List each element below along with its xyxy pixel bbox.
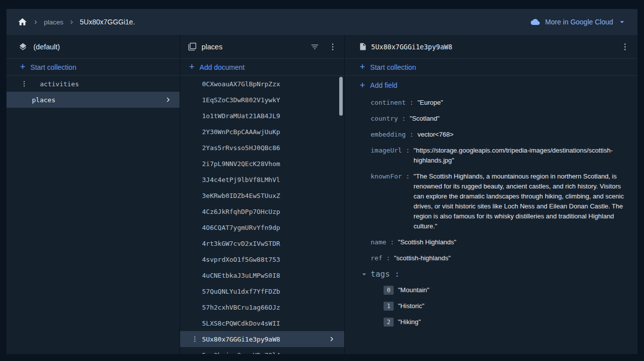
breadcrumb-collection[interactable]: places bbox=[44, 18, 63, 26]
document-icon bbox=[359, 42, 367, 51]
plus-icon: + bbox=[189, 62, 195, 71]
scrollbar-thumb[interactable] bbox=[339, 77, 343, 116]
document-id: 5LXS8cPQWCdkDov4sWII bbox=[202, 320, 280, 327]
field-value: "scottish-highlands" bbox=[394, 253, 450, 263]
add-document-label: Add document bbox=[200, 63, 244, 71]
array-item-value: "Hiking" bbox=[398, 317, 421, 327]
chevron-right-icon bbox=[68, 18, 75, 26]
document-list: 0CXwoauAX7GlBpNrpZzx1EqSZoC3DwR802V1ywkY… bbox=[180, 76, 344, 354]
array-item-row[interactable]: 1"Historic" bbox=[371, 301, 626, 311]
collection-panel: places + Add document 0CXwoauAX7GlBpNrpZ… bbox=[180, 35, 344, 354]
document-id: 5Ux80x7GGGi1e3py9aW8 bbox=[202, 336, 280, 343]
field-row[interactable]: embeddingvector<768> bbox=[371, 130, 626, 140]
collection-row[interactable]: places bbox=[6, 92, 180, 108]
collection-panel-header: places bbox=[180, 35, 344, 59]
document-id: 57h2cxhVBCru1ag66OJz bbox=[202, 304, 280, 311]
document-row[interactable]: 3J4c4etPj9lbVf8LMhVl bbox=[180, 172, 344, 187]
breadcrumb-document: 5Ux80x7GGGi1e. bbox=[80, 18, 135, 26]
add-document-button[interactable]: + Add document bbox=[180, 59, 344, 76]
document-id: 2Yas5rRvsso5HJ0QBc86 bbox=[202, 144, 280, 152]
document-title: 5Ux80x7GGGi1e3py9aW8 bbox=[371, 43, 452, 51]
collection-row[interactable]: activities bbox=[6, 76, 180, 92]
array-item-value: "Historic" bbox=[398, 301, 425, 311]
field-row[interactable]: continent"Europe" bbox=[371, 98, 626, 108]
chevron-right-icon bbox=[164, 95, 173, 104]
array-item-row[interactable]: 2"Hiking" bbox=[371, 317, 626, 327]
document-id: 4Cz6JkRfqhDPp7OHcUzp bbox=[202, 208, 280, 215]
collection-more-menu-icon[interactable] bbox=[326, 40, 339, 53]
document-more-menu-icon[interactable] bbox=[619, 40, 632, 53]
add-field-button[interactable]: + Add field bbox=[345, 76, 638, 95]
database-title: (default) bbox=[33, 43, 60, 51]
field-row[interactable]: imageUrl"https://storage.googleapis.com/… bbox=[371, 146, 626, 166]
collections-list: activitiesplaces bbox=[6, 76, 180, 108]
cloud-icon bbox=[530, 17, 541, 26]
document-id: 1o1tWDraMUat21AB4JL9 bbox=[202, 112, 280, 120]
field-list: continent"Europe"country"Scotland"embedd… bbox=[345, 95, 638, 327]
field-name: knownFor bbox=[371, 172, 414, 181]
document-panel: 5Ux80x7GGGi1e3py9aW8 + Start collection … bbox=[344, 35, 638, 354]
document-row[interactable]: 5LXS8cPQWCdkDov4sWII bbox=[180, 315, 344, 331]
document-panel-header: 5Ux80x7GGGi1e3py9aW8 bbox=[345, 35, 638, 59]
field-row[interactable]: ref"scottish-highlands" bbox=[371, 253, 626, 263]
field-row[interactable]: name"Scottish Highlands" bbox=[371, 237, 626, 247]
document-id: 1EqSZoC3DwR802V1ywkY bbox=[202, 96, 280, 104]
document-row[interactable]: 0CXwoauAX7GlBpNrpZzx bbox=[180, 76, 344, 92]
start-collection-button[interactable]: + Start collection bbox=[6, 59, 180, 76]
field-name: embedding bbox=[371, 130, 418, 140]
document-id: 2i7pL9NNV2QEcK28Vhom bbox=[202, 160, 280, 168]
start-collection-button[interactable]: + Start collection bbox=[345, 59, 638, 76]
collection-icon bbox=[188, 42, 197, 51]
firestore-console: places 5Ux80x7GGGi1e. More in Google Clo… bbox=[6, 9, 638, 354]
array-item-row[interactable]: 0"Mountain" bbox=[371, 285, 626, 295]
collection-menu-icon[interactable] bbox=[20, 80, 28, 88]
plus-icon: + bbox=[360, 62, 365, 71]
document-row[interactable]: 5Ux80x7GGGi1e3py9aW8 bbox=[180, 331, 344, 347]
document-row[interactable]: 5qm3bwiuv3azmHDv7Ql4 bbox=[180, 347, 344, 354]
home-icon[interactable] bbox=[17, 17, 27, 27]
document-id: 4rt3kGW7cvD2xIVwSTDR bbox=[202, 240, 280, 247]
database-panel-header: (default) bbox=[6, 35, 180, 59]
filter-icon[interactable] bbox=[308, 40, 321, 53]
document-row[interactable]: 4O6CQAT7ygmURvYfn9dp bbox=[180, 219, 344, 235]
document-row[interactable]: 2Y30WnPcBpCAAAwjUuKp bbox=[180, 124, 344, 140]
document-row[interactable]: 4rt3kGW7cvD2xIVwSTDR bbox=[180, 235, 344, 251]
triangle-down-icon bbox=[360, 270, 369, 279]
field-name: tags bbox=[371, 269, 404, 279]
field-row[interactable]: knownFor"The Scottish Highlands, a mount… bbox=[371, 172, 626, 231]
array-index-badge: 2 bbox=[384, 318, 394, 327]
field-name: ref bbox=[371, 253, 394, 263]
start-collection-label: Start collection bbox=[30, 63, 76, 71]
document-row[interactable]: 3eKRwb0IDZb4EwSTUuxZ bbox=[180, 187, 344, 203]
field-value: "https://storage.googleapis.com/tripedia… bbox=[414, 146, 626, 166]
document-row[interactable]: 4svprdXoO1f5Gw88t753 bbox=[180, 251, 344, 267]
more-in-google-cloud-button[interactable]: More in Google Cloud bbox=[530, 17, 627, 26]
array-index-badge: 0 bbox=[384, 286, 394, 295]
start-collection-label: Start collection bbox=[370, 63, 416, 71]
field-value: "Scotland" bbox=[410, 114, 439, 124]
document-id: 3eKRwb0IDZb4EwSTUuxZ bbox=[202, 192, 280, 199]
document-row[interactable]: 1o1tWDraMUat21AB4JL9 bbox=[180, 108, 344, 124]
array-field-toggle[interactable]: tags bbox=[360, 269, 626, 279]
document-menu-icon[interactable] bbox=[191, 336, 199, 343]
field-name: continent bbox=[371, 98, 418, 108]
document-row[interactable]: 1EqSZoC3DwR802V1ywkY bbox=[180, 92, 344, 108]
collection-name: places bbox=[32, 96, 55, 104]
document-row[interactable]: 2Yas5rRvsso5HJ0QBc86 bbox=[180, 140, 344, 156]
document-row[interactable]: 57h2cxhVBCru1ag66OJz bbox=[180, 299, 344, 315]
field-value: "The Scottish Highlands, a mountainous r… bbox=[414, 172, 626, 231]
document-row[interactable]: 4Cz6JkRfqhDPp7OHcUzp bbox=[180, 203, 344, 219]
collection-title: places bbox=[202, 43, 222, 51]
database-icon bbox=[18, 42, 27, 51]
field-name: country bbox=[371, 114, 410, 124]
document-row[interactable]: 2i7pL9NNV2QEcK28Vhom bbox=[180, 156, 344, 172]
chevron-down-icon bbox=[618, 17, 627, 26]
field-row[interactable]: country"Scotland" bbox=[371, 114, 626, 124]
chevron-right-icon bbox=[32, 18, 39, 26]
array-index-badge: 1 bbox=[384, 302, 394, 311]
plus-icon: + bbox=[360, 80, 365, 90]
more-in-google-cloud-label: More in Google Cloud bbox=[545, 18, 613, 26]
document-id: 2Y30WnPcBpCAAAwjUuKp bbox=[202, 128, 280, 136]
document-row[interactable]: 4uCNEtbkaJ3uLMPwS0I8 bbox=[180, 267, 344, 283]
document-row[interactable]: 57QuQNLYu1dxf7YfFDZb bbox=[180, 283, 344, 299]
